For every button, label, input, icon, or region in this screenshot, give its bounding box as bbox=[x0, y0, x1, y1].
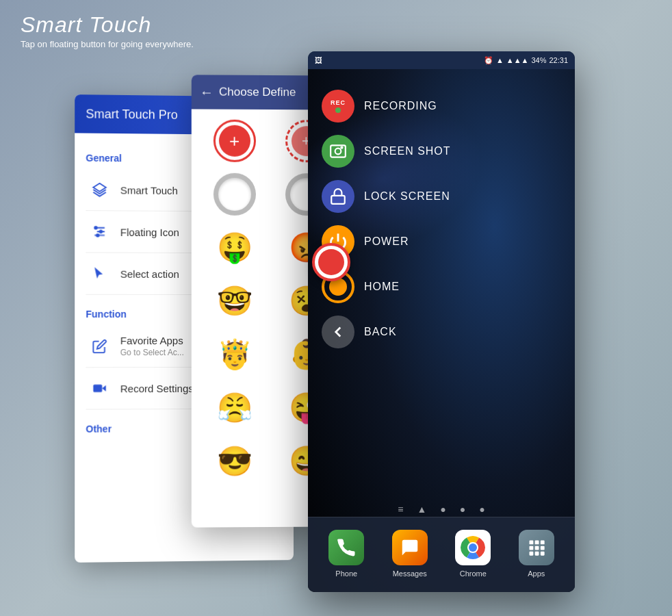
screenshot-label: SCREEN SHOT bbox=[364, 145, 451, 157]
svg-point-5 bbox=[100, 231, 103, 233]
alarm-icon: ⏰ bbox=[484, 56, 493, 65]
power-label: POWER bbox=[364, 235, 409, 248]
layers-icon bbox=[88, 179, 110, 201]
favorite-apps-sublabel: Go to Select Ac... bbox=[120, 348, 184, 357]
nav-dot-3: ● bbox=[479, 504, 484, 515]
dock-item-apps[interactable]: Apps bbox=[519, 530, 554, 578]
messages-dock-label: Messages bbox=[393, 569, 427, 578]
status-right: ⏰ ▲ ▲▲▲ 34% 22:31 bbox=[484, 56, 568, 65]
floating-btn-inner bbox=[318, 249, 344, 275]
lock-screen-icon bbox=[322, 180, 354, 213]
svg-rect-19 bbox=[541, 540, 545, 544]
nav-home-btn: ▲ bbox=[417, 504, 426, 515]
lock-screen-label: LOCK SCREEN bbox=[364, 190, 450, 203]
smart-touch-label: Smart Touch bbox=[120, 184, 178, 196]
dock-item-chrome[interactable]: Chrome bbox=[455, 530, 491, 578]
settings-title: Smart Touch Pro bbox=[86, 107, 177, 123]
nav-bar: ≡ ▲ ● ● ● bbox=[308, 503, 575, 515]
back-label: BACK bbox=[364, 326, 397, 338]
sliders-icon bbox=[88, 220, 110, 242]
chrome-dock-icon bbox=[455, 530, 491, 565]
dock-item-phone[interactable]: Phone bbox=[328, 530, 364, 578]
svg-point-10 bbox=[335, 149, 341, 155]
select-action-label: Select action bbox=[120, 268, 179, 279]
icon-gray-1[interactable] bbox=[209, 170, 259, 219]
pencil-icon bbox=[88, 335, 110, 357]
chooser-title: Choose Define bbox=[219, 86, 296, 100]
back-icon bbox=[322, 316, 354, 348]
svg-rect-23 bbox=[529, 551, 533, 555]
time-display: 22:31 bbox=[549, 56, 568, 64]
action-back[interactable]: BACK bbox=[322, 316, 561, 348]
favorite-apps-text: Favorite Apps Go to Select Ac... bbox=[120, 335, 184, 357]
svg-point-16 bbox=[469, 543, 477, 552]
svg-marker-8 bbox=[102, 385, 106, 392]
floating-btn-circle bbox=[312, 243, 350, 281]
emoji-nerd[interactable]: 🤓 bbox=[209, 277, 259, 326]
emoji-imp[interactable]: 😤 bbox=[209, 383, 259, 433]
apps-dock-label: Apps bbox=[528, 569, 545, 578]
notification-icon: 🖼 bbox=[315, 56, 322, 64]
home-label: HOME bbox=[364, 281, 400, 293]
svg-point-11 bbox=[341, 147, 342, 149]
phone-dock-label: Phone bbox=[335, 569, 357, 578]
action-screenshot[interactable]: SCREEN SHOT bbox=[322, 135, 561, 168]
quick-actions-menu: REC RECORDING SCREEN SHOT bbox=[322, 90, 561, 361]
pointer-icon bbox=[88, 263, 110, 285]
phone-wallpaper: REC RECORDING SCREEN SHOT bbox=[308, 69, 575, 592]
wifi-icon: ▲ bbox=[496, 56, 504, 64]
svg-rect-25 bbox=[541, 551, 545, 555]
app-title-block: Smart Touch Tap on floating button for g… bbox=[21, 12, 194, 49]
svg-rect-7 bbox=[93, 385, 102, 392]
svg-point-4 bbox=[94, 227, 97, 229]
svg-point-6 bbox=[96, 234, 99, 237]
floating-icon-label: Floating Icon bbox=[120, 226, 179, 238]
status-left: 🖼 bbox=[315, 56, 322, 64]
phone-screen: 🖼 ⏰ ▲ ▲▲▲ 34% 22:31 REC RECORDING bbox=[308, 51, 575, 592]
emoji-money-face[interactable]: 🤑 bbox=[209, 223, 259, 272]
app-subtitle: Tap on floating button for going everywh… bbox=[21, 39, 194, 49]
screenshot-icon bbox=[322, 135, 354, 168]
action-power[interactable]: POWER bbox=[322, 225, 561, 258]
status-bar: 🖼 ⏰ ▲ ▲▲▲ 34% 22:31 bbox=[308, 51, 575, 69]
svg-rect-18 bbox=[534, 540, 539, 544]
video-icon bbox=[88, 377, 110, 399]
action-home[interactable]: HOME bbox=[322, 270, 561, 303]
icon-red-plus[interactable]: + bbox=[209, 116, 259, 166]
recording-icon: REC bbox=[322, 90, 354, 123]
favorite-apps-label: Favorite Apps bbox=[120, 335, 184, 346]
floating-action-button[interactable] bbox=[312, 243, 350, 281]
emoji-cool[interactable]: 😎 bbox=[209, 437, 259, 486]
messages-dock-icon bbox=[392, 530, 428, 565]
dock-item-messages[interactable]: Messages bbox=[392, 530, 428, 578]
nav-dot-2: ● bbox=[460, 504, 465, 515]
action-lock-screen[interactable]: LOCK SCREEN bbox=[322, 180, 561, 213]
svg-rect-12 bbox=[331, 196, 345, 204]
phone-dock: Phone Messages bbox=[308, 517, 575, 592]
svg-rect-9 bbox=[331, 145, 346, 157]
svg-rect-24 bbox=[534, 551, 539, 555]
chrome-dock-label: Chrome bbox=[460, 569, 487, 578]
recording-label: RECORDING bbox=[364, 100, 437, 112]
nav-dot-1: ● bbox=[440, 504, 445, 515]
emoji-crown[interactable]: 🤴 bbox=[209, 330, 259, 379]
svg-rect-21 bbox=[534, 546, 539, 550]
apps-dock-icon bbox=[519, 530, 554, 565]
svg-rect-22 bbox=[541, 546, 545, 550]
nav-menu: ≡ bbox=[398, 504, 403, 515]
svg-rect-17 bbox=[529, 540, 533, 544]
action-recording[interactable]: REC RECORDING bbox=[322, 90, 561, 123]
chooser-back-button[interactable]: ← bbox=[200, 84, 214, 100]
app-title: Smart Touch bbox=[21, 12, 194, 38]
battery-level: 34% bbox=[531, 56, 546, 64]
record-settings-label: Record Settings bbox=[120, 382, 194, 394]
phone-dock-icon bbox=[328, 530, 364, 565]
svg-rect-20 bbox=[529, 546, 533, 550]
signal-icon: ▲▲▲ bbox=[506, 56, 529, 64]
